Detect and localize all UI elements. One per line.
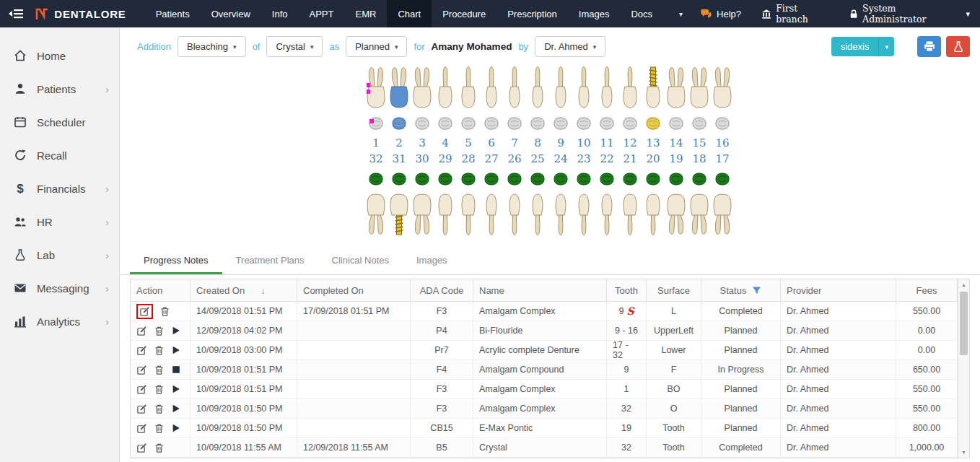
help-button[interactable]: Help? xyxy=(690,9,751,19)
material-dropdown[interactable]: Crystal▾ xyxy=(266,36,323,57)
scroll-up-icon[interactable]: ▲ xyxy=(958,279,969,290)
upper-occlusal-1[interactable] xyxy=(367,111,385,135)
lower-tooth-20[interactable] xyxy=(645,191,661,239)
nav-item-images[interactable]: Images xyxy=(568,0,621,27)
brand[interactable]: DENTALORE xyxy=(32,0,144,27)
column-header-surface[interactable]: Surface xyxy=(647,279,701,301)
edit-icon[interactable] xyxy=(136,404,147,414)
lower-tooth-31[interactable] xyxy=(389,191,409,239)
trash-icon[interactable] xyxy=(154,404,165,414)
upper-tooth-8[interactable] xyxy=(531,63,544,111)
table-row[interactable]: 14/09/2018 01:51 PM17/09/2018 01:51 PMF3… xyxy=(131,302,958,321)
filter-icon[interactable] xyxy=(752,286,761,295)
nav-item-appt[interactable]: APPT xyxy=(299,0,345,27)
column-header-fees[interactable]: Fees xyxy=(896,279,958,301)
upper-tooth-4[interactable] xyxy=(437,63,453,111)
edit-icon[interactable] xyxy=(136,423,147,434)
lower-occlusal-28[interactable] xyxy=(459,167,478,191)
tab-images[interactable]: Images xyxy=(403,248,461,274)
tab-clinical-notes[interactable]: Clinical Notes xyxy=(318,248,403,274)
nav-item-procedure[interactable]: Procedure xyxy=(432,0,496,27)
column-header-name[interactable]: Name xyxy=(473,279,607,301)
trash-icon[interactable] xyxy=(154,384,165,395)
lower-occlusal-18[interactable] xyxy=(690,167,709,191)
nav-item-patients[interactable]: Patients xyxy=(145,0,201,27)
trash-icon[interactable] xyxy=(154,443,165,453)
user-menu[interactable]: System Administrator ▾ xyxy=(839,3,980,25)
sort-desc-icon[interactable]: ↓ xyxy=(261,285,266,296)
doctor-dropdown[interactable]: Dr. Ahmed▾ xyxy=(535,36,605,57)
upper-occlusal-5[interactable] xyxy=(459,111,478,135)
trash-icon[interactable] xyxy=(154,423,165,434)
lower-occlusal-25[interactable] xyxy=(528,167,547,191)
lower-tooth-18[interactable] xyxy=(689,191,709,239)
column-header-status[interactable]: Status xyxy=(701,279,781,301)
lower-tooth-29[interactable] xyxy=(437,191,453,239)
upper-occlusal-6[interactable] xyxy=(482,111,501,135)
lower-tooth-19[interactable] xyxy=(666,191,686,239)
upper-tooth-5[interactable] xyxy=(460,63,476,111)
tab-treatment-plans[interactable]: Treatment Plans xyxy=(222,248,318,274)
sidebar-item-messaging[interactable]: Messaging› xyxy=(0,271,119,305)
sidebar-item-hr[interactable]: HR› xyxy=(0,205,119,238)
lower-occlusal-21[interactable] xyxy=(621,167,639,191)
edit-icon[interactable] xyxy=(139,306,150,317)
upper-occlusal-13[interactable] xyxy=(644,111,662,135)
column-header-completed-on[interactable]: Completed On xyxy=(297,279,411,301)
lower-occlusal-24[interactable] xyxy=(551,167,570,191)
lower-tooth-32[interactable] xyxy=(366,191,386,239)
edit-icon[interactable] xyxy=(136,345,147,356)
sidebar-item-home[interactable]: Home xyxy=(0,39,119,72)
sidexis-split-button[interactable]: sidexis ▾ xyxy=(831,37,894,56)
trash-icon[interactable] xyxy=(154,326,165,336)
print-button[interactable] xyxy=(917,36,941,57)
edit-icon[interactable] xyxy=(136,326,147,336)
procedure-dropdown[interactable]: Bleaching▾ xyxy=(178,36,246,57)
upper-occlusal-9[interactable] xyxy=(551,111,570,135)
upper-occlusal-3[interactable] xyxy=(413,111,432,135)
lower-occlusal-17[interactable] xyxy=(713,167,732,191)
column-header-action[interactable]: Action xyxy=(131,279,191,301)
lower-occlusal-20[interactable] xyxy=(644,167,662,191)
sidebar-item-patients[interactable]: Patients› xyxy=(0,72,119,105)
edit-icon[interactable] xyxy=(136,443,147,453)
nav-item-prescription[interactable]: Prescription xyxy=(496,0,568,27)
upper-tooth-14[interactable] xyxy=(666,63,686,111)
upper-occlusal-8[interactable] xyxy=(528,111,547,135)
upper-tooth-3[interactable] xyxy=(412,63,432,111)
nav-item-info[interactable]: Info xyxy=(261,0,299,27)
play-icon[interactable] xyxy=(171,345,181,355)
upper-occlusal-7[interactable] xyxy=(505,111,524,135)
upper-tooth-12[interactable] xyxy=(622,63,638,111)
stop-icon[interactable] xyxy=(171,365,181,375)
edit-icon[interactable] xyxy=(136,365,147,375)
table-row[interactable]: 10/09/2018 01:50 PMCB15E-Max Pontic19Too… xyxy=(131,419,958,438)
upper-tooth-9[interactable] xyxy=(554,63,567,111)
upper-tooth-2[interactable] xyxy=(389,63,409,111)
table-row[interactable]: 10/09/2018 03:00 PMPr7Acrylic complete D… xyxy=(131,341,958,360)
lower-occlusal-23[interactable] xyxy=(574,167,593,191)
trash-icon[interactable] xyxy=(154,345,165,356)
lower-occlusal-22[interactable] xyxy=(598,167,616,191)
lower-tooth-28[interactable] xyxy=(460,191,476,239)
column-header-tooth[interactable]: Tooth xyxy=(607,279,647,301)
lower-tooth-25[interactable] xyxy=(531,191,544,239)
branch-button[interactable]: First branch xyxy=(751,3,839,25)
sidexis-button[interactable]: sidexis xyxy=(831,37,879,56)
lower-tooth-21[interactable] xyxy=(622,191,638,239)
upper-tooth-16[interactable] xyxy=(712,63,732,111)
upper-occlusal-12[interactable] xyxy=(621,111,639,135)
lower-tooth-30[interactable] xyxy=(412,191,432,239)
trash-icon[interactable] xyxy=(154,365,165,375)
nav-item-chart[interactable]: Chart xyxy=(387,0,432,27)
lower-tooth-17[interactable] xyxy=(712,191,732,239)
lower-occlusal-19[interactable] xyxy=(667,167,686,191)
tab-progress-notes[interactable]: Progress Notes xyxy=(130,248,222,274)
edit-icon[interactable] xyxy=(136,384,147,395)
column-header-ada-code[interactable]: ADA Code xyxy=(411,279,473,301)
lower-occlusal-26[interactable] xyxy=(505,167,524,191)
lower-occlusal-31[interactable] xyxy=(390,167,408,191)
upper-tooth-11[interactable] xyxy=(600,63,613,111)
upper-occlusal-14[interactable] xyxy=(667,111,686,135)
play-icon[interactable] xyxy=(171,384,181,394)
